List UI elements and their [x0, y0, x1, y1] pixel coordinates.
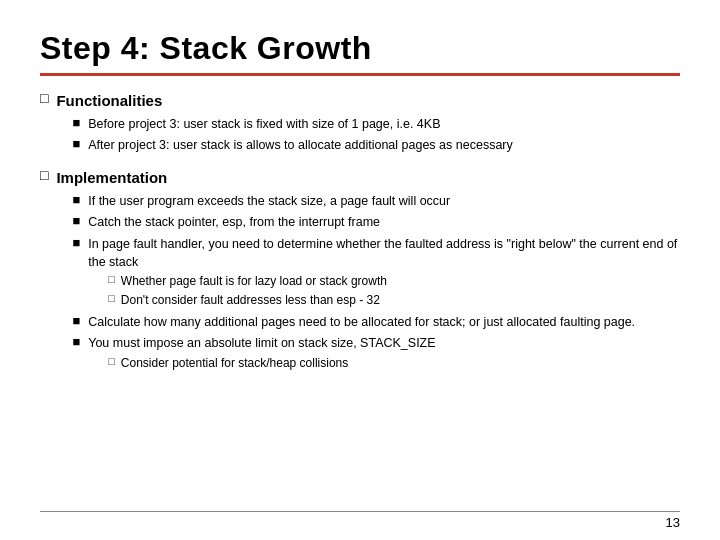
impl-item-5-content: You must impose an absolute limit on sta…: [88, 334, 435, 373]
func-bullet-1: ■: [72, 116, 80, 131]
page-number: 13: [666, 515, 680, 530]
impl-sub-item-5-1: □ Consider potential for stack/heap coll…: [88, 355, 435, 372]
impl-bullet-3: ■: [72, 236, 80, 251]
bottom-line: [40, 511, 680, 513]
impl-sub-item-3-1: □ Whether page fault is for lazy load or…: [88, 273, 680, 290]
func-item-2: ■ After project 3: user stack is allows …: [56, 136, 512, 154]
impl-item-3: ■ In page fault handler, you need to det…: [56, 235, 680, 311]
functionalities-label: Functionalities: [56, 90, 512, 111]
impl-bullet-2: ■: [72, 214, 80, 229]
title-underline: [40, 73, 680, 76]
impl-sub-text-5-1: Consider potential for stack/heap collis…: [121, 355, 348, 372]
impl-sub-text-3-2: Don't consider fault addresses less than…: [121, 292, 380, 309]
impl-sub-bullet-3-1: □: [108, 274, 115, 286]
impl-text-3: In page fault handler, you need to deter…: [88, 237, 677, 269]
impl-bullet-4: ■: [72, 314, 80, 329]
impl-item-2: ■ Catch the stack pointer, esp, from the…: [56, 213, 680, 231]
impl-item-3-sublist: □ Whether page fault is for lazy load or…: [88, 273, 680, 309]
main-bullet-2: □: [40, 168, 48, 184]
impl-item-5-sublist: □ Consider potential for stack/heap coll…: [88, 355, 435, 372]
impl-sub-text-3-1: Whether page fault is for lazy load or s…: [121, 273, 387, 290]
page-title: Step 4: Stack Growth: [40, 30, 680, 67]
section-functionalities-content: Functionalities ■ Before project 3: user…: [56, 90, 512, 157]
impl-text-5: You must impose an absolute limit on sta…: [88, 336, 435, 350]
func-text-1: Before project 3: user stack is fixed wi…: [88, 115, 440, 133]
section-implementation: □ Implementation ■ If the user program e…: [40, 167, 680, 376]
func-text-2: After project 3: user stack is allows to…: [88, 136, 513, 154]
impl-sub-bullet-3-2: □: [108, 293, 115, 305]
impl-item-5: ■ You must impose an absolute limit on s…: [56, 334, 680, 373]
impl-sub-bullet-5-1: □: [108, 356, 115, 368]
impl-sub-item-3-2: □ Don't consider fault addresses less th…: [88, 292, 680, 309]
section-implementation-content: Implementation ■ If the user program exc…: [56, 167, 680, 376]
impl-text-1: If the user program exceeds the stack si…: [88, 192, 450, 210]
section-functionalities: □ Functionalities ■ Before project 3: us…: [40, 90, 680, 157]
impl-item-1: ■ If the user program exceeds the stack …: [56, 192, 680, 210]
functionalities-list: ■ Before project 3: user stack is fixed …: [56, 115, 512, 154]
impl-text-2: Catch the stack pointer, esp, from the i…: [88, 213, 380, 231]
impl-bullet-1: ■: [72, 193, 80, 208]
impl-bullet-5: ■: [72, 335, 80, 350]
func-item-1: ■ Before project 3: user stack is fixed …: [56, 115, 512, 133]
impl-item-3-content: In page fault handler, you need to deter…: [88, 235, 680, 311]
main-bullet-1: □: [40, 91, 48, 107]
implementation-list: ■ If the user program exceeds the stack …: [56, 192, 680, 373]
slide: Step 4: Stack Growth □ Functionalities ■…: [0, 0, 720, 540]
func-bullet-2: ■: [72, 137, 80, 152]
implementation-label: Implementation: [56, 167, 680, 188]
impl-text-4: Calculate how many additional pages need…: [88, 313, 635, 331]
main-list: □ Functionalities ■ Before project 3: us…: [40, 90, 680, 376]
impl-item-4: ■ Calculate how many additional pages ne…: [56, 313, 680, 331]
